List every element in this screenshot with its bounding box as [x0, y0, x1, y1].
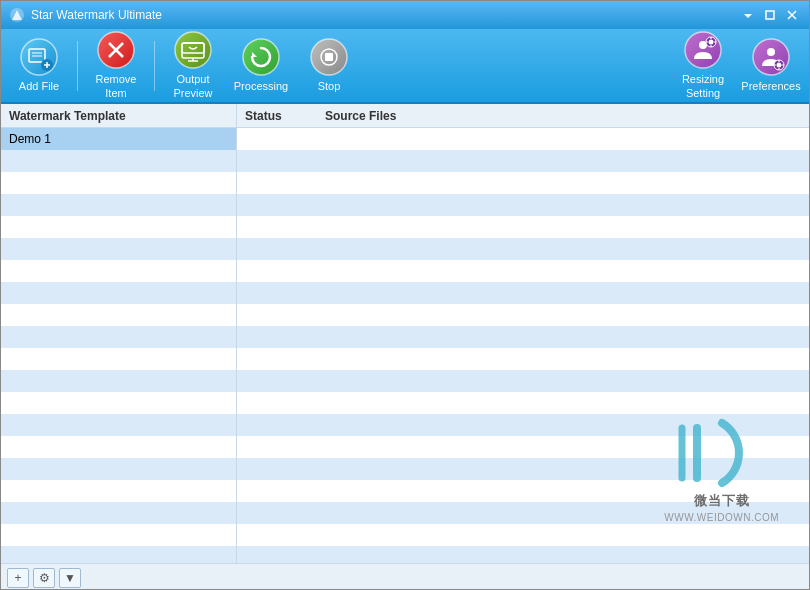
left-panel-list[interactable]: Demo 1 [1, 128, 236, 563]
remove-item-label: Remove Item [86, 73, 146, 99]
svg-point-35 [767, 48, 775, 56]
app-title: Star Watermark Ultimate [31, 8, 162, 22]
left-panel: Watermark Template Demo 1 [1, 104, 237, 563]
list-row-empty [1, 216, 236, 238]
svg-marker-2 [744, 14, 752, 18]
list-row-empty [1, 150, 236, 172]
source-files-column-header: Source Files [325, 109, 801, 123]
output-preview-label: Output Preview [163, 73, 223, 99]
resizing-setting-icon [684, 31, 722, 69]
right-row-empty [237, 216, 809, 238]
watermark-text2: WWW.WEIDOWN.COM [664, 512, 779, 523]
add-file-label: Add File [19, 80, 59, 93]
output-preview-button[interactable]: Output Preview [159, 32, 227, 100]
preferences-label: Preferences [741, 80, 800, 93]
right-row-empty [237, 282, 809, 304]
left-panel-header: Watermark Template [1, 104, 236, 128]
output-preview-icon [174, 31, 212, 69]
svg-point-37 [777, 62, 782, 67]
add-file-button[interactable]: Add File [5, 32, 73, 100]
list-row-empty [1, 194, 236, 216]
list-row-empty [1, 238, 236, 260]
right-row-empty [237, 370, 809, 392]
list-row-empty [1, 260, 236, 282]
right-row-empty [237, 194, 809, 216]
separator-2 [154, 41, 155, 91]
remove-item-icon [97, 31, 135, 69]
stop-label: Stop [318, 80, 341, 93]
app-icon [9, 7, 25, 23]
list-row-empty [1, 502, 236, 524]
right-row-empty [237, 326, 809, 348]
svg-rect-3 [766, 11, 774, 19]
list-row-empty [1, 524, 236, 546]
svg-point-29 [709, 40, 714, 45]
right-row-empty [237, 150, 809, 172]
watermark-text1: 微当下载 [694, 492, 750, 510]
list-row-empty [1, 458, 236, 480]
preferences-button[interactable]: Preferences [737, 32, 805, 100]
list-row-empty [1, 392, 236, 414]
maximize-button[interactable] [761, 6, 779, 24]
right-row-empty [237, 524, 809, 546]
list-row-empty [1, 304, 236, 326]
list-row-empty [1, 436, 236, 458]
stop-button[interactable]: Stop [295, 32, 363, 100]
settings-button[interactable]: ⚙ [33, 568, 55, 588]
svg-rect-25 [325, 53, 333, 61]
watermark-logo: 微当下载 WWW.WEIDOWN.COM [664, 418, 779, 523]
svg-point-21 [243, 39, 279, 75]
right-row-empty [237, 348, 809, 370]
watermark-template-label: Watermark Template [9, 109, 126, 123]
toolbar-right-group: Resizing Setting [669, 32, 805, 100]
toolbar-main-group: Add File Remove Item [5, 29, 363, 102]
right-row-empty [237, 260, 809, 282]
dropdown-button[interactable]: ▼ [59, 568, 81, 588]
processing-label: Processing [234, 80, 288, 93]
resizing-setting-label: Resizing Setting [673, 73, 733, 99]
right-panel: Status Source Files [237, 104, 809, 563]
list-row-empty [1, 326, 236, 348]
bottom-bar: + ⚙ ▼ [1, 563, 809, 590]
svg-point-16 [175, 32, 211, 68]
separator-1 [77, 41, 78, 91]
resizing-setting-button[interactable]: Resizing Setting [669, 32, 737, 100]
minimize-button[interactable] [739, 6, 757, 24]
processing-icon [242, 38, 280, 76]
svg-point-26 [685, 32, 721, 68]
list-row-empty [1, 282, 236, 304]
right-row-empty [237, 128, 809, 150]
stop-icon [310, 38, 348, 76]
remove-item-button[interactable]: Remove Item [82, 32, 150, 100]
add-button[interactable]: + [7, 568, 29, 588]
right-row-empty [237, 546, 809, 563]
right-row-empty [237, 392, 809, 414]
right-row-empty [237, 172, 809, 194]
list-row-empty [1, 480, 236, 502]
main-content: Watermark Template Demo 1 [1, 104, 809, 563]
svg-point-6 [21, 39, 57, 75]
right-row-empty [237, 238, 809, 260]
list-item-label: Demo 1 [9, 132, 51, 146]
status-column-header: Status [245, 109, 325, 123]
title-bar: Star Watermark Ultimate [1, 1, 809, 29]
add-file-icon [20, 38, 58, 76]
toolbar: Add File Remove Item [1, 29, 809, 104]
right-row-empty [237, 304, 809, 326]
list-row-empty [1, 546, 236, 563]
window-controls [739, 6, 801, 24]
right-panel-header: Status Source Files [237, 104, 809, 128]
close-button[interactable] [783, 6, 801, 24]
watermark-d-icon [677, 418, 767, 488]
list-row-empty [1, 370, 236, 392]
list-row-empty [1, 172, 236, 194]
svg-point-34 [753, 39, 789, 75]
list-item[interactable]: Demo 1 [1, 128, 236, 150]
preferences-icon [752, 38, 790, 76]
list-row-empty [1, 348, 236, 370]
processing-button[interactable]: Processing [227, 32, 295, 100]
list-row-empty [1, 414, 236, 436]
